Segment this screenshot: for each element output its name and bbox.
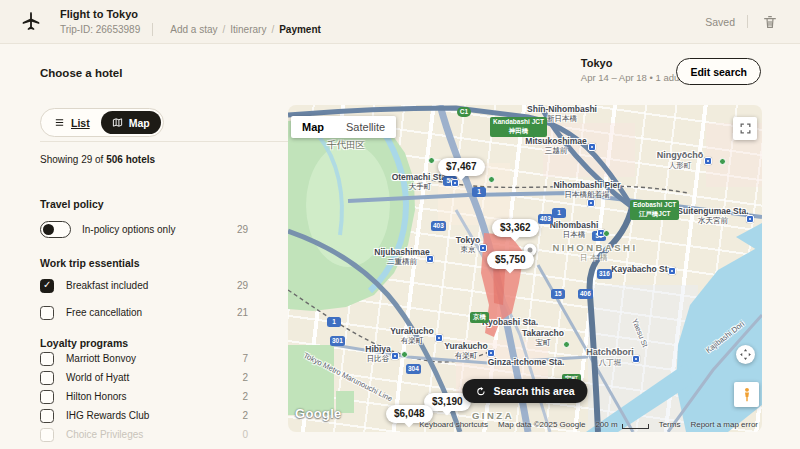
checkbox[interactable] bbox=[40, 371, 54, 385]
filter-world-of-hyatt[interactable]: World of Hyatt2 bbox=[40, 368, 248, 387]
list-view-button[interactable]: List bbox=[43, 111, 101, 134]
checkbox[interactable] bbox=[40, 390, 54, 404]
date-summary: Apr 14 – Apr 18 • 1 adult bbox=[581, 72, 684, 83]
filter-label: Hilton Honors bbox=[66, 391, 127, 402]
map-data-copyright: Map data ©2025 Google bbox=[498, 420, 585, 429]
map-label: Nihombashi Pier日本橋船着場 bbox=[553, 180, 620, 199]
route-shield: 1 bbox=[472, 187, 486, 197]
map-tab[interactable]: Map bbox=[291, 116, 335, 138]
keyboard-shortcuts-link[interactable]: Keyboard shortcuts bbox=[419, 420, 488, 429]
map-label: Tokyo東京 bbox=[456, 235, 480, 254]
route-shield: 403 bbox=[538, 214, 553, 224]
refresh-icon bbox=[475, 386, 486, 397]
station-icon bbox=[746, 215, 754, 223]
hotel-map[interactable]: Chiyoda City千代田区Otemachi Sta.大手町Nijubash… bbox=[288, 105, 762, 432]
filter-free-cancellation[interactable]: Free cancellation21 bbox=[40, 302, 248, 323]
filter-hilton-honors[interactable]: Hilton Honors2 bbox=[40, 387, 248, 406]
saved-status: Saved bbox=[705, 16, 735, 28]
delete-trip-button[interactable] bbox=[760, 12, 780, 32]
terms-link[interactable]: Terms bbox=[659, 420, 681, 429]
results-count-link[interactable]: 506 hotels bbox=[106, 154, 155, 165]
in-policy-toggle-row[interactable]: In-policy options only 29 bbox=[40, 221, 248, 238]
list-view-label: List bbox=[71, 117, 90, 129]
pegman-button[interactable] bbox=[734, 382, 759, 407]
breadcrumb: Add a stay/Itinerary/Payment bbox=[165, 24, 326, 35]
filter-label: Choice Privileges bbox=[66, 429, 143, 440]
route-shield: C1 bbox=[457, 107, 471, 117]
trip-title-block: Flight to Tokyo Trip-ID: 26653989 Add a … bbox=[60, 8, 326, 36]
hotel-price-marker[interactable]: $7,467 bbox=[438, 158, 485, 176]
breadcrumb-separator: / bbox=[271, 24, 274, 35]
map-label: Ningyōchō人形町 bbox=[657, 150, 704, 170]
in-policy-label: In-policy options only bbox=[82, 224, 175, 235]
results-summary: Showing 29 of 506 hotels bbox=[40, 154, 248, 165]
divider bbox=[747, 15, 748, 28]
fullscreen-button[interactable] bbox=[733, 117, 757, 140]
station-icon bbox=[668, 267, 676, 275]
route-shield: 15 bbox=[551, 289, 565, 299]
map-label: Hatchōbori八丁堀 bbox=[586, 347, 634, 367]
station-icon bbox=[704, 157, 712, 165]
filter-label: IHG Rewards Club bbox=[66, 410, 149, 421]
in-policy-toggle[interactable] bbox=[40, 221, 71, 238]
route-shield: 403 bbox=[431, 221, 446, 231]
checkbox[interactable] bbox=[40, 306, 54, 320]
google-logo: Google bbox=[295, 406, 342, 421]
hotel-price-marker[interactable]: $3,362 bbox=[492, 219, 539, 237]
page-title: Choose a hotel bbox=[40, 67, 122, 79]
filter-label: World of Hyatt bbox=[66, 372, 129, 383]
hotel-price-marker[interactable]: $5,750 bbox=[487, 251, 534, 269]
map-label: Kayabacho Sta. bbox=[611, 264, 674, 274]
map-label: NIHONBASHI日本橋 bbox=[552, 242, 637, 262]
station-icon bbox=[479, 244, 487, 252]
map-attribution: Keyboard shortcuts Map data ©2025 Google… bbox=[419, 420, 758, 429]
park-icon bbox=[719, 158, 726, 165]
map-view-label: Map bbox=[129, 117, 150, 129]
map-label: Yurakucho有楽町 bbox=[444, 341, 487, 360]
filter-label: Free cancellation bbox=[66, 307, 142, 318]
fullscreen-icon bbox=[739, 122, 752, 135]
station-icon bbox=[587, 199, 595, 207]
edit-search-button[interactable]: Edit search bbox=[676, 58, 761, 85]
filter-breakfast-included[interactable]: Breakfast included29 bbox=[40, 275, 248, 296]
report-error-link[interactable]: Report a map error bbox=[690, 420, 758, 429]
highway-sign: Edobashi JCT江戸橋JCT bbox=[630, 200, 679, 220]
filter-marriott-bonvoy[interactable]: Marriott Bonvoy7 bbox=[40, 349, 248, 368]
route-shield: 1 bbox=[327, 317, 341, 327]
satellite-tab[interactable]: Satellite bbox=[335, 116, 396, 138]
checkbox[interactable] bbox=[40, 409, 54, 423]
station-icon bbox=[632, 355, 640, 363]
filter-ihg-rewards-club[interactable]: IHG Rewards Club2 bbox=[40, 406, 248, 425]
map-scale: 200 m bbox=[595, 420, 648, 429]
map-type-control: Map Satellite bbox=[291, 116, 396, 138]
filter-count: 29 bbox=[237, 280, 248, 291]
divider bbox=[152, 23, 153, 36]
route-shield: 304 bbox=[406, 364, 421, 374]
map-label: Ginza-itchome Sta. bbox=[488, 357, 565, 367]
search-summary-bar: Choose a hotel Tokyo Apr 14 – Apr 18 • 1… bbox=[0, 44, 800, 97]
station-icon bbox=[391, 352, 399, 360]
results-count-text: Showing 29 of bbox=[40, 154, 106, 165]
recenter-button[interactable] bbox=[736, 345, 755, 364]
map-label: Suitengumae Sta.水天宮前 bbox=[677, 206, 748, 225]
trip-title: Flight to Tokyo bbox=[60, 8, 326, 20]
route-shield: 1 bbox=[552, 208, 566, 218]
filter-count: 2 bbox=[242, 391, 248, 402]
checkbox[interactable] bbox=[40, 279, 54, 293]
breadcrumb-add-a-stay[interactable]: Add a stay bbox=[170, 24, 217, 35]
park-icon bbox=[488, 176, 495, 183]
map-view-button[interactable]: Map bbox=[101, 111, 161, 134]
trip-summary: Tokyo Apr 14 – Apr 18 • 1 adult bbox=[581, 57, 684, 83]
route-shield: 301 bbox=[330, 336, 345, 346]
trip-id: Trip-ID: 26653989 bbox=[60, 24, 140, 35]
highway-sign: 京橋 bbox=[470, 312, 489, 323]
map-icon bbox=[112, 117, 123, 128]
filter-count: 21 bbox=[237, 307, 248, 318]
park-icon bbox=[563, 341, 570, 348]
park-icon bbox=[428, 157, 435, 164]
checkbox[interactable] bbox=[40, 352, 54, 366]
breadcrumb-itinerary[interactable]: Itinerary bbox=[230, 24, 266, 35]
map-label: Yurakucho有楽町 bbox=[390, 326, 433, 345]
station-icon bbox=[487, 349, 495, 357]
search-this-area-button[interactable]: Search this area bbox=[462, 379, 587, 403]
